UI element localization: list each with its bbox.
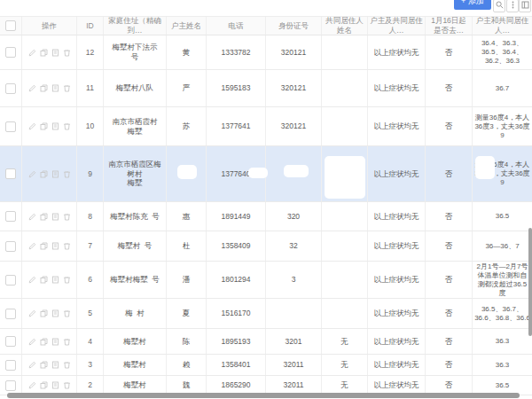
- detail-icon[interactable]: [51, 338, 59, 346]
- row-checkbox[interactable]: [5, 241, 16, 252]
- detail-icon[interactable]: [51, 361, 59, 369]
- delete-icon[interactable]: [63, 242, 71, 250]
- cell-jan16: 否: [426, 70, 473, 106]
- delete-icon[interactable]: [63, 309, 71, 317]
- table-row[interactable]: 11 梅墅村八队 严 1595183 320121 以上症状均无 否 36.7: [0, 70, 532, 107]
- row-checkbox[interactable]: [5, 83, 16, 94]
- edit-icon[interactable]: [28, 213, 36, 221]
- row-checkbox[interactable]: [5, 380, 16, 391]
- cell-symptoms: 以上症状均无: [368, 70, 426, 106]
- detail-icon[interactable]: [51, 242, 59, 250]
- detail-icon[interactable]: [51, 122, 59, 130]
- add-button[interactable]: + 添加: [454, 0, 491, 10]
- cell-idcard: 320: [266, 202, 322, 231]
- table-row[interactable]: 8 梅墅村陈充 号 惠 1891449 320 以上症状均无 否 36.5: [0, 202, 532, 231]
- copy-icon[interactable]: [40, 338, 48, 346]
- edit-icon[interactable]: [28, 242, 36, 250]
- row-operations: [22, 329, 77, 354]
- delete-icon[interactable]: [63, 49, 71, 57]
- copy-icon[interactable]: [40, 84, 48, 92]
- table-row[interactable]: 3 梅墅村 赖 1358401 32011 无 以上症状均无 否 36.3: [0, 355, 532, 376]
- detail-icon[interactable]: [51, 276, 59, 284]
- cell-phone: 1516170: [207, 299, 266, 328]
- cell-idcard: 32011: [266, 355, 322, 375]
- cell-temperature: 2月1号—2月7号 体温单位测和自测都没超过36.5度: [473, 262, 532, 298]
- col-header-name: 户主姓名: [167, 17, 207, 35]
- edit-icon[interactable]: [28, 361, 36, 369]
- cell-id: 7: [77, 231, 104, 261]
- cell-address: 梅墅村八队: [104, 70, 167, 106]
- row-checkbox[interactable]: [5, 121, 16, 132]
- select-all-cell: [0, 17, 22, 35]
- row-checkbox[interactable]: [5, 168, 16, 179]
- cell-address: 南京市栖霞区梅树村 梅墅: [104, 146, 167, 201]
- cell-address: 梅墅村下法示 号: [104, 35, 167, 69]
- copy-icon[interactable]: [40, 361, 48, 369]
- column-settings-icon-button[interactable]: [519, 0, 531, 12]
- cell-idcard: 320121: [266, 35, 322, 69]
- edit-icon[interactable]: [28, 122, 36, 130]
- delete-icon[interactable]: [63, 213, 71, 221]
- edit-icon[interactable]: [28, 170, 36, 178]
- vertical-scrollbar[interactable]: [528, 228, 532, 336]
- edit-icon[interactable]: [28, 338, 36, 346]
- row-checkbox[interactable]: [5, 309, 16, 319]
- row-operations: [22, 355, 77, 375]
- row-checkbox[interactable]: [5, 211, 16, 222]
- row-checkbox[interactable]: [5, 360, 16, 371]
- row-checkbox[interactable]: [5, 336, 16, 347]
- row-checkbox[interactable]: [5, 275, 16, 286]
- table-row[interactable]: 5 梅 村 夏 1516170 以上症状均无 否 36.5、36.7、36.6、…: [0, 299, 532, 329]
- copy-icon[interactable]: [40, 381, 48, 389]
- search-icon-button[interactable]: [493, 0, 505, 12]
- col-header-temperature: 户主和共同居住人…: [473, 17, 532, 35]
- row-checkbox[interactable]: [5, 47, 16, 58]
- cell-name: 魏: [167, 376, 207, 395]
- copy-icon[interactable]: [40, 170, 48, 178]
- copy-icon[interactable]: [40, 49, 48, 57]
- edit-icon[interactable]: [28, 84, 36, 92]
- table-row[interactable]: 6 梅墅村梅墅 号 潘 1801294 3 以上症状均无 否 2月1号—2月7号…: [0, 262, 532, 299]
- detail-icon[interactable]: [51, 213, 59, 221]
- delete-icon[interactable]: [63, 338, 71, 346]
- delete-icon[interactable]: [63, 361, 71, 369]
- detail-icon[interactable]: [51, 84, 59, 92]
- cell-idcard: 3: [266, 262, 322, 298]
- edit-icon[interactable]: [28, 309, 36, 317]
- detail-icon[interactable]: [51, 381, 59, 389]
- row-select-cell: [0, 202, 22, 231]
- select-all-checkbox[interactable]: [5, 20, 16, 31]
- copy-icon[interactable]: [40, 242, 48, 250]
- cell-jan16: 否: [426, 35, 473, 69]
- edit-icon[interactable]: [28, 49, 36, 57]
- delete-icon[interactable]: [63, 84, 71, 92]
- table-row[interactable]: 12 梅墅村下法示 号 黄 1333782 320121 以上症状均无 否 36…: [0, 35, 532, 70]
- redaction-blob: [475, 156, 495, 179]
- more-icon-button[interactable]: [506, 0, 519, 12]
- detail-icon[interactable]: [51, 49, 59, 57]
- horizontal-scrollbar[interactable]: [7, 393, 520, 398]
- table-row[interactable]: 4 梅墅村 陈 1895193 3201 无 以上症状均无 否 36.3: [0, 329, 532, 355]
- detail-icon[interactable]: [51, 170, 59, 178]
- cell-name: 黄: [167, 35, 207, 69]
- table-row[interactable]: 10 南京市栖霞村 梅墅 苏 1377641 320121 以上症状均无 否 测…: [0, 107, 532, 146]
- col-header-operations: 操作: [22, 17, 77, 35]
- table-row[interactable]: 7 梅墅村 号 杜 1358409 32 以上症状均无 否 36—36、7: [0, 231, 532, 262]
- copy-icon[interactable]: [40, 213, 48, 221]
- cell-jan16: 否: [426, 299, 473, 328]
- copy-icon[interactable]: [40, 122, 48, 130]
- edit-icon[interactable]: [28, 276, 36, 284]
- delete-icon[interactable]: [63, 381, 71, 389]
- copy-icon[interactable]: [40, 276, 48, 284]
- delete-icon[interactable]: [63, 276, 71, 284]
- delete-icon[interactable]: [63, 170, 71, 178]
- col-header-phone: 电话: [207, 17, 266, 35]
- copy-icon[interactable]: [40, 309, 48, 317]
- delete-icon[interactable]: [63, 122, 71, 130]
- cell-id: 6: [77, 262, 104, 298]
- cell-symptoms: 以上症状均无: [368, 202, 426, 231]
- cell-address: 梅墅村: [104, 329, 167, 354]
- detail-icon[interactable]: [51, 309, 59, 317]
- cell-symptoms: 以上症状均无: [368, 376, 426, 395]
- edit-icon[interactable]: [28, 381, 36, 389]
